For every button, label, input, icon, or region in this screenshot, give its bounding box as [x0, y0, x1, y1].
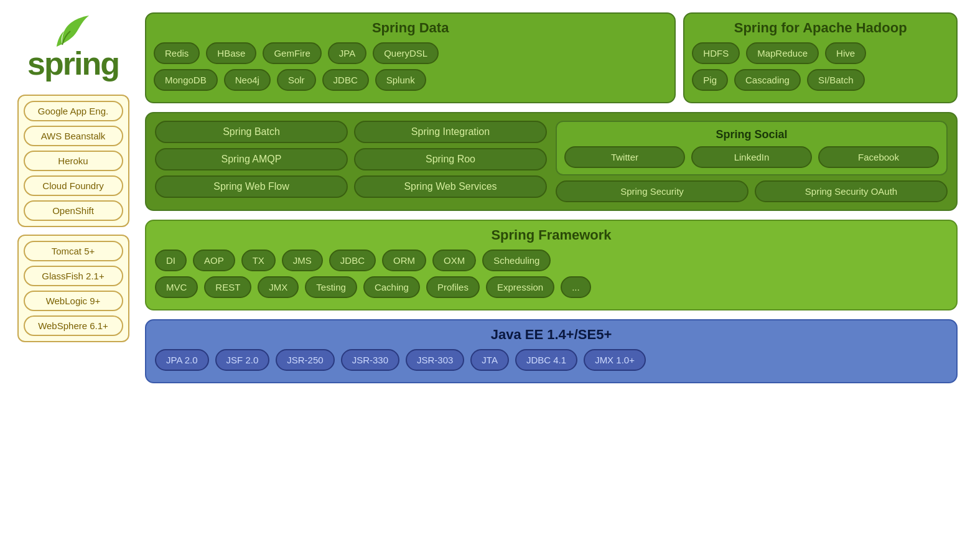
- orm-chip[interactable]: ORM: [382, 250, 426, 271]
- jdbc2-chip[interactable]: JDBC: [329, 250, 376, 271]
- spring-framework-section: Spring Framework DI AOP TX JMS JDBC ORM …: [145, 220, 958, 310]
- heroku-chip[interactable]: Heroku: [24, 151, 123, 171]
- sibatch-chip[interactable]: SI/Batch: [807, 69, 865, 91]
- hadoop-row1: HDFS MapReduce Hive: [692, 42, 949, 64]
- tomcat-chip[interactable]: Tomcat 5+: [24, 241, 123, 261]
- spring-hadoop-box: Spring for Apache Hadoop HDFS MapReduce …: [683, 12, 958, 103]
- mid-left-row1: Spring Batch Spring Integration: [155, 121, 547, 143]
- aop-chip[interactable]: AOP: [193, 250, 235, 271]
- jta-chip[interactable]: JTA: [470, 349, 509, 371]
- solr-chip[interactable]: Solr: [277, 69, 316, 91]
- aws-beanstalk-chip[interactable]: AWS Beanstalk: [24, 126, 123, 146]
- jpa20-chip[interactable]: JPA 2.0: [155, 349, 209, 371]
- spring-web-services-chip[interactable]: Spring Web Services: [354, 175, 547, 198]
- tx-chip[interactable]: TX: [241, 250, 276, 271]
- security-row: Spring Security Spring Security OAuth: [556, 180, 948, 202]
- spring-roo-chip[interactable]: Spring Roo: [354, 148, 547, 170]
- page-wrapper: spring Google App Eng. AWS Beanstalk Her…: [0, 0, 970, 560]
- profiles-chip[interactable]: Profiles: [426, 276, 480, 298]
- mid-left-row3: Spring Web Flow Spring Web Services: [155, 175, 547, 198]
- mapreduce-chip[interactable]: MapReduce: [746, 42, 819, 64]
- java-ee-items: JPA 2.0 JSF 2.0 JSR-250 JSR-330 JSR-303 …: [155, 349, 948, 371]
- expression-chip[interactable]: Expression: [486, 276, 554, 298]
- redis-chip[interactable]: Redis: [154, 42, 200, 64]
- framework-row1: DI AOP TX JMS JDBC ORM OXM Scheduling: [155, 250, 948, 271]
- spring-web-flow-chip[interactable]: Spring Web Flow: [155, 175, 348, 198]
- jsf20-chip[interactable]: JSF 2.0: [215, 349, 270, 371]
- middle-row: Spring Batch Spring Integration Spring A…: [155, 121, 948, 202]
- middle-section: Spring Batch Spring Integration Spring A…: [145, 112, 958, 211]
- spring-framework-title: Spring Framework: [155, 227, 948, 243]
- jpa-chip[interactable]: JPA: [328, 42, 366, 64]
- scheduling-chip[interactable]: Scheduling: [482, 250, 551, 271]
- hadoop-row2: Pig Cascading SI/Batch: [692, 69, 949, 91]
- spring-social-items: Twitter LinkedIn Facebook: [564, 146, 939, 168]
- pig-chip[interactable]: Pig: [692, 69, 728, 91]
- spring-security-oauth-chip[interactable]: Spring Security OAuth: [755, 180, 948, 202]
- splunk-chip[interactable]: Splunk: [375, 69, 426, 91]
- jms-chip[interactable]: JMS: [282, 250, 323, 271]
- spring-security-chip[interactable]: Spring Security: [556, 180, 748, 202]
- querydsl-chip[interactable]: QueryDSL: [373, 42, 439, 64]
- framework-row2: MVC REST JMX Testing Caching Profiles Ex…: [155, 276, 948, 298]
- jsr250-chip[interactable]: JSR-250: [276, 349, 334, 371]
- glassfish-chip[interactable]: GlassFish 2.1+: [24, 266, 123, 286]
- spring-batch-chip[interactable]: Spring Batch: [155, 121, 348, 143]
- cascading-chip[interactable]: Cascading: [734, 69, 801, 91]
- jdbc-chip[interactable]: JDBC: [322, 69, 369, 91]
- spring-hadoop-title: Spring for Apache Hadoop: [692, 20, 949, 36]
- hbase-chip[interactable]: HBase: [206, 42, 256, 64]
- spring-logo: spring: [27, 12, 119, 82]
- leaf-icon: [55, 12, 92, 50]
- top-section: Spring Data Redis HBase GemFire JPA Quer…: [145, 12, 958, 103]
- left-column: spring Google App Eng. AWS Beanstalk Her…: [12, 12, 134, 342]
- gemfire-chip[interactable]: GemFire: [263, 42, 321, 64]
- facebook-chip[interactable]: Facebook: [818, 146, 939, 168]
- neo4j-chip[interactable]: Neo4j: [224, 69, 271, 91]
- mid-right-col: Spring Social Twitter LinkedIn Facebook …: [556, 121, 948, 202]
- openshift-chip[interactable]: OpenShift: [24, 200, 123, 221]
- di-chip[interactable]: DI: [155, 250, 187, 271]
- cloud-foundry-chip[interactable]: Cloud Foundry: [24, 175, 123, 196]
- java-ee-title: Java EE 1.4+/SE5+: [155, 327, 948, 343]
- spring-data-title: Spring Data: [154, 20, 667, 36]
- java-ee-section: Java EE 1.4+/SE5+ JPA 2.0 JSF 2.0 JSR-25…: [145, 319, 958, 383]
- spring-data-row1: Redis HBase GemFire JPA QueryDSL: [154, 42, 667, 64]
- oxm-chip[interactable]: OXM: [432, 250, 476, 271]
- ellipsis-chip[interactable]: ...: [561, 276, 591, 298]
- cloud-group: Google App Eng. AWS Beanstalk Heroku Clo…: [17, 95, 129, 227]
- spring-data-box: Spring Data Redis HBase GemFire JPA Quer…: [145, 12, 676, 103]
- jsr303-chip[interactable]: JSR-303: [406, 349, 464, 371]
- main-area: Spring Data Redis HBase GemFire JPA Quer…: [145, 12, 958, 548]
- mid-left-row2: Spring AMQP Spring Roo: [155, 148, 547, 170]
- spring-social-title: Spring Social: [564, 128, 939, 141]
- weblogic-chip[interactable]: WebLogic 9+: [24, 291, 123, 311]
- twitter-chip[interactable]: Twitter: [564, 146, 685, 168]
- spring-amqp-chip[interactable]: Spring AMQP: [155, 148, 348, 170]
- mvc-chip[interactable]: MVC: [155, 276, 198, 298]
- server-group: Tomcat 5+ GlassFish 2.1+ WebLogic 9+ Web…: [17, 235, 129, 342]
- jmx10-chip[interactable]: JMX 1.0+: [584, 349, 646, 371]
- spring-data-row2: MongoDB Neo4j Solr JDBC Splunk: [154, 69, 667, 91]
- jmx-chip[interactable]: JMX: [258, 276, 299, 298]
- spring-integration-chip[interactable]: Spring Integration: [354, 121, 547, 143]
- jdbc41-chip[interactable]: JDBC 4.1: [515, 349, 577, 371]
- mid-left-col: Spring Batch Spring Integration Spring A…: [155, 121, 547, 202]
- rest-chip[interactable]: REST: [204, 276, 251, 298]
- websphere-chip[interactable]: WebSphere 6.1+: [24, 315, 123, 336]
- logo-text: spring: [27, 45, 119, 82]
- caching-chip[interactable]: Caching: [363, 276, 420, 298]
- jsr330-chip[interactable]: JSR-330: [341, 349, 399, 371]
- google-app-eng-chip[interactable]: Google App Eng.: [24, 101, 123, 121]
- hive-chip[interactable]: Hive: [825, 42, 866, 64]
- spring-social-box: Spring Social Twitter LinkedIn Facebook: [556, 121, 948, 175]
- mongodb-chip[interactable]: MongoDB: [154, 69, 218, 91]
- linkedin-chip[interactable]: LinkedIn: [691, 146, 812, 168]
- testing-chip[interactable]: Testing: [305, 276, 357, 298]
- hdfs-chip[interactable]: HDFS: [692, 42, 740, 64]
